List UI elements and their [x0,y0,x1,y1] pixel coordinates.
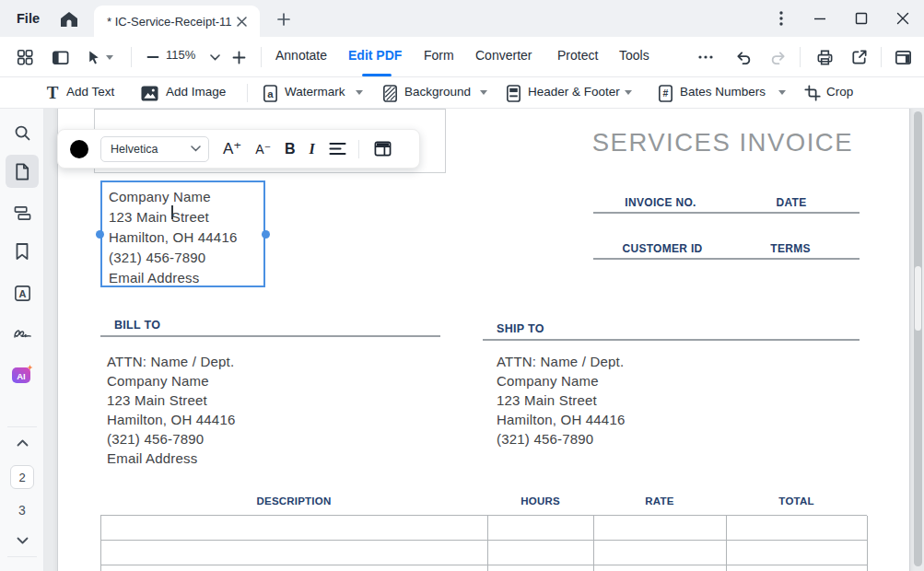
zoom-dropdown[interactable] [205,47,225,67]
tab-protect[interactable]: Protect [557,48,598,63]
alignment-button[interactable] [329,142,346,156]
minimize-button[interactable] [805,5,835,32]
invoice-no-label[interactable]: INVOICE NO. [625,196,696,209]
document-tab[interactable]: * IC-Service-Receipt-11... [94,6,260,37]
apps-grid-button[interactable] [15,47,35,67]
table-cell[interactable] [594,565,727,571]
tab-converter[interactable]: Converter [475,48,532,63]
sidebar-item-search[interactable] [6,116,39,149]
table-cell[interactable] [727,541,868,565]
column-header-rate[interactable]: RATE [593,495,726,507]
scrollbar-thumb[interactable] [915,266,921,331]
table-cell[interactable] [488,541,594,565]
resize-handle-left[interactable] [96,230,104,239]
bates-numbers-button[interactable]: Bates Numbers [680,85,766,99]
sidebar-item-annotations[interactable]: A [6,276,39,309]
next-page-button[interactable] [11,532,33,549]
bold-button[interactable]: B [285,141,296,157]
printer-icon [815,48,835,67]
font-size-decrease-button[interactable]: A⁻ [255,142,271,157]
font-family-select[interactable]: Helvetica [100,136,209,162]
column-header-total[interactable]: TOTAL [726,495,867,507]
bill-to-address[interactable]: ATTN: Name / Dept. Company Name 123 Main… [107,352,236,468]
share-button[interactable] [848,47,869,67]
close-window-button[interactable] [888,5,918,32]
vertical-scrollbar[interactable] [914,111,922,566]
select-tool-button[interactable] [83,47,103,67]
tab-tools[interactable]: Tools [619,48,649,63]
customer-id-label[interactable]: CUSTOMER ID [622,242,702,255]
panel-toggle-button[interactable] [50,47,70,67]
bookmark-icon [14,242,30,261]
italic-button[interactable]: I [310,141,315,157]
sidebar-item-outline[interactable] [6,196,39,229]
column-header-hours[interactable]: HOURS [487,495,593,507]
crop-icon [802,83,823,103]
font-size-increase-button[interactable]: A⁺ [223,139,241,158]
sidebar-item-signature[interactable] [6,317,39,350]
font-color-swatch[interactable] [70,140,88,158]
layout-view-button[interactable] [893,47,913,67]
invoice-title[interactable]: SERVICES INVOICE [500,128,853,157]
table-properties-button[interactable] [373,140,392,157]
document-tab-title: * IC-Service-Receipt-11... [107,15,232,29]
add-text-button[interactable]: Add Text [66,85,114,99]
previous-page-button[interactable] [11,435,33,451]
watermark-button[interactable]: Watermark [285,85,345,99]
tab-close-button[interactable] [232,12,251,30]
table-cell[interactable] [101,516,488,541]
maximize-button[interactable] [847,5,876,32]
table-cell[interactable] [488,565,594,571]
header-footer-dropdown[interactable] [625,90,632,95]
add-image-button[interactable]: Add Image [166,85,226,99]
undo-button[interactable] [733,47,754,67]
sidebar-item-page-thumbnails[interactable] [6,155,39,188]
sidebar-item-ai-assistant[interactable]: AI [6,358,39,391]
tab-annotate[interactable]: Annotate [275,48,327,63]
tab-form[interactable]: Form [424,48,454,63]
pdf-page[interactable]: SERVICES INVOICE INVOICE NO. DATE CUSTOM… [57,109,910,571]
table-cell[interactable] [594,516,727,541]
background-dropdown[interactable] [480,90,487,95]
ship-to-address[interactable]: ATTN: Name / Dept. Company Name 123 Main… [497,352,626,449]
table-cell[interactable] [101,541,488,565]
sidebar-item-bookmarks[interactable] [6,235,39,268]
zoom-out-button[interactable] [143,47,163,67]
table-cell[interactable] [727,516,868,541]
table-cell[interactable] [488,516,594,541]
bill-to-line: (321) 456-7890 [107,429,236,449]
background-button[interactable]: Background [404,85,471,99]
header-footer-button[interactable]: Header & Footer [528,85,620,99]
table-cell[interactable] [101,565,488,571]
column-header-description[interactable]: DESCRIPTION [100,495,487,507]
table-cell[interactable] [727,565,868,571]
selected-textbox-company[interactable]: Company Name 123 Main Street Hamilton, O… [100,181,265,287]
zoom-in-button[interactable] [228,47,249,67]
font-family-value: Helvetica [111,143,191,156]
watermark-dropdown[interactable] [356,90,363,95]
bates-numbers-dropdown[interactable] [778,90,786,95]
terms-label[interactable]: TERMS [770,242,811,255]
table-cell[interactable] [594,541,727,565]
line-items-table [100,515,867,571]
more-tools-button[interactable] [696,47,716,67]
resize-handle-right[interactable] [262,230,270,239]
redo-button[interactable] [767,47,788,67]
app-menu-button[interactable] [766,5,796,32]
home-button[interactable] [57,7,81,31]
minimize-icon [813,11,827,26]
date-label[interactable]: DATE [777,196,807,209]
ship-to-label[interactable]: SHIP TO [497,322,544,335]
page-number-3[interactable]: 3 [0,503,44,518]
crop-button[interactable]: Crop [826,85,853,99]
zoom-level[interactable]: 115% [166,48,195,62]
print-button[interactable] [814,47,835,67]
file-menu[interactable]: File [17,0,40,37]
header-footer-icon [503,83,523,103]
bill-to-label[interactable]: BILL TO [114,319,160,332]
current-page-indicator[interactable]: 2 [10,465,34,489]
new-tab-button[interactable] [273,8,295,30]
select-tool-dropdown[interactable] [103,47,116,67]
edit-pdf-toolbar: T Add Text Add Image a Watermark Backgro… [0,77,924,109]
tab-edit-pdf[interactable]: Edit PDF [348,48,402,63]
